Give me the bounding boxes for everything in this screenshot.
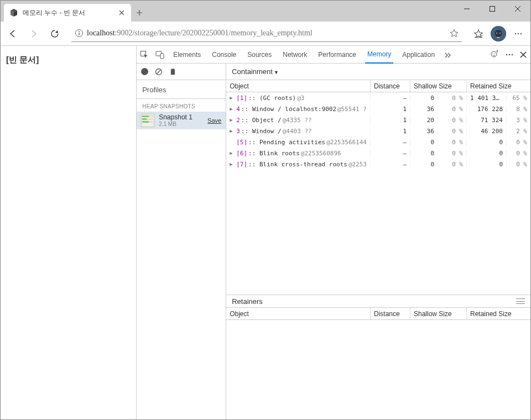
page-icon bbox=[9, 8, 18, 17]
site-info-icon[interactable] bbox=[75, 29, 84, 38]
col-object[interactable]: Object bbox=[226, 80, 370, 92]
snapshot-size: 2.1 MB bbox=[159, 121, 203, 127]
tab-performance[interactable]: Performance bbox=[316, 46, 358, 64]
svg-point-18 bbox=[494, 53, 495, 54]
inspect-icon[interactable] bbox=[140, 50, 149, 59]
device-icon[interactable] bbox=[155, 50, 164, 59]
maximize-button[interactable] bbox=[480, 1, 505, 17]
record-button[interactable] bbox=[141, 68, 148, 75]
col-retained[interactable]: Retained Size bbox=[466, 80, 530, 92]
snapshot-save-link[interactable]: Save bbox=[207, 117, 221, 124]
snapshot-name: Snapshot 1 bbox=[159, 114, 203, 121]
svg-rect-15 bbox=[160, 54, 164, 59]
retainers-grid-header: Object Distance Shallow Size Retained Si… bbox=[226, 308, 530, 320]
profile-avatar[interactable] bbox=[491, 26, 506, 41]
retainers-menu-icon[interactable] bbox=[516, 298, 525, 305]
grid-rows[interactable]: ▶[1] :: (GC roots) @3–00 %1 401 39265 %▶… bbox=[226, 92, 530, 295]
profiles-sidebar: Profiles HEAP SNAPSHOTS Snapshot 1 2.1 M… bbox=[137, 64, 226, 419]
view-toolbar: Containment▼ bbox=[226, 64, 530, 80]
table-row[interactable]: ▶3 :: Window / @4403 ??1360 %46 2002 % bbox=[226, 125, 530, 136]
browser-tab[interactable]: 메모리 누수 - 빈 문서 bbox=[4, 4, 131, 22]
close-tab-icon[interactable] bbox=[118, 9, 126, 17]
svg-point-17 bbox=[492, 53, 493, 54]
close-devtools-icon[interactable] bbox=[519, 51, 527, 59]
snapshot-icon bbox=[141, 114, 154, 127]
retainers-label: Retainers bbox=[232, 297, 263, 306]
browser-tabs: 메모리 누수 - 빈 문서 bbox=[1, 1, 454, 22]
table-row[interactable]: ▶4 :: Window / localhost:9002 @55541 ?13… bbox=[226, 103, 530, 114]
retainers-header[interactable]: Retainers bbox=[226, 295, 530, 308]
rcol-distance[interactable]: Distance bbox=[370, 308, 410, 319]
svg-rect-6 bbox=[79, 33, 79, 35]
tab-memory[interactable]: Memory bbox=[365, 46, 393, 64]
svg-point-12 bbox=[520, 33, 522, 34]
devtools-body: Profiles HEAP SNAPSHOTS Snapshot 1 2.1 M… bbox=[137, 64, 530, 419]
refresh-button[interactable] bbox=[46, 25, 64, 43]
memory-main: Containment▼ Object Distance Shallow Siz… bbox=[226, 64, 530, 419]
view-dropdown[interactable]: Containment▼ bbox=[232, 67, 279, 76]
svg-rect-3 bbox=[490, 7, 495, 12]
svg-point-21 bbox=[512, 54, 513, 55]
tab-console[interactable]: Console bbox=[210, 46, 238, 64]
page-title: [빈 문서] bbox=[6, 55, 131, 65]
rcol-retained[interactable]: Retained Size bbox=[466, 308, 530, 319]
snapshot-item[interactable]: Snapshot 1 2.1 MB Save bbox=[137, 112, 226, 129]
clear-icon[interactable] bbox=[155, 68, 163, 76]
back-button[interactable] bbox=[4, 25, 22, 43]
heap-snapshots-label: HEAP SNAPSHOTS bbox=[137, 99, 226, 112]
browser-toolbar: localhost:9002/storage/lecture/202002250… bbox=[1, 22, 530, 46]
grid-header: Object Distance Shallow Size Retained Si… bbox=[226, 80, 530, 92]
tab-title: 메모리 누수 - 빈 문서 bbox=[23, 8, 113, 18]
snapshot-text: Snapshot 1 2.1 MB bbox=[159, 114, 203, 127]
page-content: [빈 문서] bbox=[1, 46, 136, 419]
close-window-button[interactable] bbox=[505, 1, 530, 17]
tab-sources[interactable]: Sources bbox=[245, 46, 274, 64]
table-row[interactable]: ▶[7] :: Blink cross-thread roots @2253–0… bbox=[226, 159, 530, 170]
star-icon[interactable] bbox=[450, 29, 459, 38]
new-tab-button[interactable] bbox=[131, 4, 148, 21]
profiles-label: Profiles bbox=[137, 80, 226, 99]
forward-button[interactable] bbox=[25, 25, 43, 43]
minimize-button[interactable] bbox=[454, 1, 480, 17]
tab-application[interactable]: Application bbox=[400, 46, 437, 64]
table-row[interactable]: ▶[1] :: (GC roots) @3–00 %1 401 39265 % bbox=[226, 92, 530, 103]
containment-grid: Object Distance Shallow Size Retained Si… bbox=[226, 80, 530, 295]
svg-point-11 bbox=[518, 33, 519, 34]
content-area: [빈 문서] Elements Console Sources Network … bbox=[1, 46, 530, 419]
more-tabs-icon[interactable] bbox=[444, 51, 451, 59]
rcol-shallow[interactable]: Shallow Size bbox=[410, 308, 466, 319]
table-row[interactable]: ▶2 :: Object / @4335 ??1200 %71 3243 % bbox=[226, 114, 530, 125]
svg-point-5 bbox=[79, 31, 80, 32]
table-row[interactable]: [5] :: Pending activities @2253566144–00… bbox=[226, 136, 530, 148]
delete-icon[interactable] bbox=[169, 68, 176, 75]
rcol-object[interactable]: Object bbox=[226, 308, 370, 319]
profiles-toolbar bbox=[137, 64, 226, 80]
retainers-body bbox=[226, 320, 530, 419]
svg-point-19 bbox=[506, 54, 508, 55]
tab-elements[interactable]: Elements bbox=[171, 46, 203, 64]
devtools-tabs: Elements Console Sources Network Perform… bbox=[137, 46, 530, 64]
tab-network[interactable]: Network bbox=[280, 46, 309, 64]
col-shallow[interactable]: Shallow Size bbox=[410, 80, 466, 92]
titlebar: 메모리 누수 - 빈 문서 bbox=[1, 1, 530, 22]
url-text: localhost:9002/storage/lecture/202002250… bbox=[87, 29, 313, 38]
favorites-button[interactable] bbox=[470, 25, 487, 43]
svg-point-20 bbox=[509, 54, 511, 55]
table-row[interactable]: ▶[6] :: Blink roots @2253560896–00 %00 % bbox=[226, 148, 530, 159]
address-bar[interactable]: localhost:9002/storage/lecture/202002250… bbox=[71, 25, 462, 42]
svg-point-8 bbox=[496, 33, 497, 34]
feedback-icon[interactable] bbox=[490, 50, 499, 60]
svg-point-10 bbox=[515, 33, 516, 34]
window-controls bbox=[454, 1, 530, 17]
settings-icon[interactable] bbox=[505, 50, 514, 59]
devtools-panel: Elements Console Sources Network Perform… bbox=[136, 46, 530, 419]
menu-button[interactable] bbox=[509, 25, 527, 43]
svg-point-9 bbox=[499, 33, 501, 34]
col-distance[interactable]: Distance bbox=[370, 80, 410, 92]
